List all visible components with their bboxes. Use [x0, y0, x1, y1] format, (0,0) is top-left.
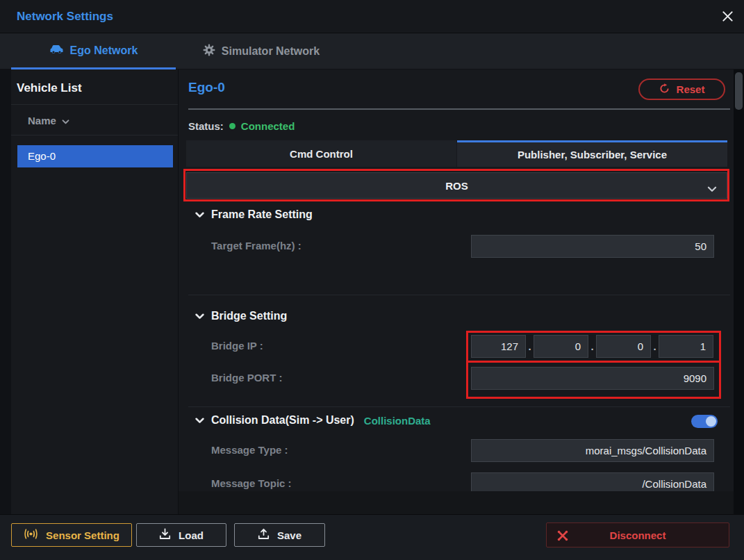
horizontal-scrollbar[interactable]	[188, 108, 730, 110]
message-type-label: Message Type :	[211, 444, 288, 456]
section-collision-header[interactable]: Collision Data(Sim -> User) CollisionDat…	[195, 413, 431, 428]
subtab-cmd-control[interactable]: Cmd Control	[186, 140, 456, 167]
save-label: Save	[277, 529, 301, 541]
reset-label: Reset	[677, 83, 705, 95]
bridge-ip-group: 127 . 0 . 0 . 1	[471, 335, 714, 358]
chevron-down-icon	[62, 115, 69, 126]
bridge-port-label: Bridge PORT :	[211, 372, 283, 384]
chevron-down-icon	[707, 183, 717, 195]
collision-toggle[interactable]	[691, 415, 718, 428]
disconnect-label: Disconnect	[610, 529, 666, 541]
gear-icon	[203, 44, 215, 59]
message-topic-label: Message Topic :	[211, 477, 292, 489]
vertical-scrollbar-thumb[interactable]	[735, 72, 743, 110]
disconnect-button[interactable]: Disconnect	[546, 522, 729, 547]
tab-simulator-network-label: Simulator Network	[222, 45, 320, 58]
status-value: Connected	[241, 120, 295, 132]
protocol-dropdown[interactable]: ROS	[186, 172, 727, 199]
sensor-setting-button[interactable]: Sensor Setting	[11, 523, 132, 547]
bridge-port-input[interactable]: 9090	[471, 367, 714, 390]
section-divider	[188, 295, 730, 295]
download-icon	[159, 528, 171, 542]
vehicle-sidebar: Vehicle List Name Ego-0	[11, 69, 178, 514]
network-settings-dialog: Network Settings Ego Network Simulator N…	[0, 0, 744, 560]
titlebar: Network Settings	[0, 0, 744, 33]
tab-ego-network-label: Ego Network	[70, 44, 138, 57]
load-label: Load	[179, 529, 204, 541]
section-bridge-header[interactable]: Bridge Setting	[195, 308, 287, 324]
name-column-header[interactable]: Name	[11, 105, 178, 135]
sensor-icon	[24, 529, 38, 541]
reset-button[interactable]: Reset	[638, 79, 725, 100]
content-clip-edge	[179, 491, 734, 514]
tab-simulator-network[interactable]: Simulator Network	[182, 33, 340, 69]
main-panel: Ego-0 Reset Status: Connected Cmd Contro…	[178, 69, 734, 514]
load-button[interactable]: Load	[136, 523, 226, 547]
collapse-chevron-icon	[195, 212, 204, 218]
bridge-ip-label: Bridge IP :	[211, 340, 263, 352]
disconnect-icon	[556, 529, 569, 542]
message-type-input[interactable]: morai_msgs/CollisionData	[471, 439, 714, 462]
section-divider	[188, 406, 730, 407]
bridge-ip-octet-1[interactable]: 127	[471, 335, 526, 358]
window-title: Network Settings	[17, 0, 113, 33]
section-bridge-title: Bridge Setting	[211, 310, 287, 322]
car-icon	[49, 44, 64, 58]
main-tabbar: Ego Network Simulator Network	[0, 33, 744, 69]
vehicle-list-title: Vehicle List	[11, 69, 178, 105]
vehicle-list-item-ego0[interactable]: Ego-0	[17, 145, 173, 167]
sensor-setting-label: Sensor Setting	[46, 529, 119, 541]
subtab-publisher-subscriber-service[interactable]: Publisher, Subscriber, Service	[457, 140, 727, 167]
collapse-chevron-icon	[195, 418, 204, 424]
status-label: Status:	[188, 120, 224, 132]
protocol-subtabs: Cmd Control Publisher, Subscriber, Servi…	[186, 140, 727, 167]
bridge-ip-octet-3[interactable]: 0	[596, 335, 651, 358]
section-frame-rate-header[interactable]: Frame Rate Setting	[195, 207, 313, 222]
status-connected-dot	[229, 123, 235, 129]
section-collision-title: Collision Data(Sim -> User)	[211, 414, 354, 427]
refresh-icon	[659, 83, 670, 96]
footer-bar: Sensor Setting Load Save Disconnect	[0, 514, 744, 560]
target-frame-input[interactable]: 50	[471, 235, 714, 258]
protocol-dropdown-value: ROS	[445, 180, 468, 192]
ip-dot-separator: .	[651, 340, 659, 352]
toggle-knob	[706, 416, 716, 427]
collapse-chevron-icon	[195, 313, 204, 320]
close-icon	[722, 10, 734, 25]
vehicle-title: Ego-0	[188, 80, 225, 95]
vertical-scrollbar-track[interactable]	[734, 69, 744, 514]
bridge-ip-octet-2[interactable]: 0	[534, 335, 588, 358]
target-frame-label: Target Frame(hz) :	[211, 240, 301, 252]
collision-data-tag: CollisionData	[364, 415, 431, 427]
bridge-ip-octet-4[interactable]: 1	[659, 335, 713, 358]
upload-icon	[258, 528, 270, 542]
name-column-label: Name	[28, 115, 56, 126]
tab-ego-network[interactable]: Ego Network	[11, 33, 176, 69]
ip-dot-separator: .	[588, 340, 596, 352]
close-button[interactable]	[719, 9, 736, 26]
section-frame-rate-title: Frame Rate Setting	[211, 208, 313, 221]
save-button[interactable]: Save	[234, 523, 325, 547]
status-row: Status: Connected	[188, 118, 295, 133]
ip-dot-separator: .	[526, 340, 534, 352]
